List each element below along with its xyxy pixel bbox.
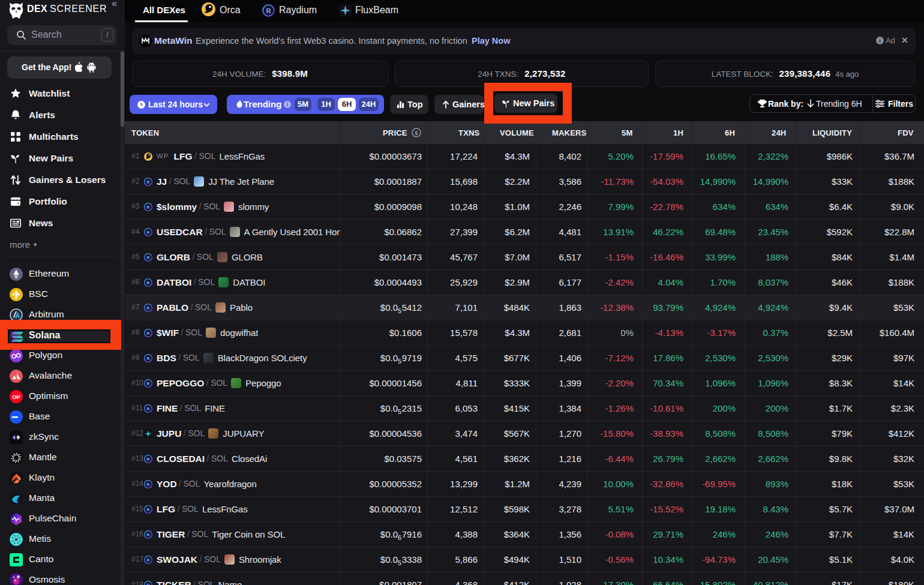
svg-text:OP: OP: [12, 394, 20, 400]
svg-text:$: $: [415, 130, 418, 136]
svg-text:R: R: [146, 380, 150, 386]
svg-text:i: i: [287, 101, 288, 107]
svg-text:R: R: [146, 330, 150, 335]
svg-text:R: R: [146, 532, 150, 537]
svg-text:R: R: [146, 229, 150, 235]
svg-text:R: R: [146, 280, 150, 285]
svg-text:R: R: [146, 481, 150, 487]
svg-text:R: R: [146, 355, 150, 361]
svg-text:R: R: [146, 254, 150, 260]
svg-text:R: R: [146, 204, 150, 209]
svg-text:R: R: [146, 179, 150, 184]
svg-text:R: R: [146, 557, 150, 562]
svg-text:R: R: [146, 506, 150, 512]
svg-text:R: R: [146, 456, 150, 461]
svg-text:i: i: [879, 38, 881, 44]
svg-text:R: R: [146, 406, 150, 411]
svg-text:R: R: [146, 305, 150, 310]
svg-text:R: R: [266, 7, 271, 14]
svg-text:R: R: [146, 582, 150, 585]
